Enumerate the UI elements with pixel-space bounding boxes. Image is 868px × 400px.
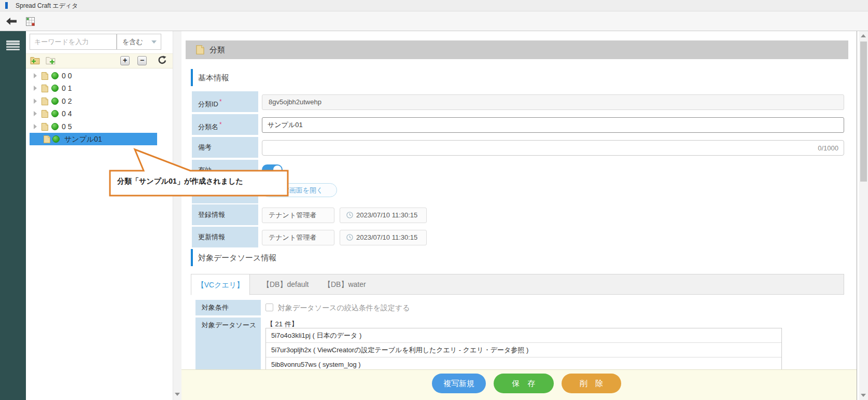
tree-item-label: 0 2 [62, 95, 72, 107]
category-icon [40, 122, 49, 131]
tree-item[interactable]: 0 4 [26, 107, 173, 120]
field-label-text: 更新情報 [198, 233, 225, 241]
add-child-folder-icon[interactable] [46, 56, 55, 65]
required-mark: * [219, 98, 222, 105]
category-icon [43, 135, 51, 144]
remarks-field: 0/1000 [262, 140, 844, 156]
expand-arrow-icon[interactable] [34, 99, 37, 104]
status-dot-icon [52, 135, 60, 143]
panel-edge-divider [857, 31, 857, 400]
search-input[interactable] [30, 34, 117, 50]
page-title: 分類 [209, 40, 225, 59]
field-label-name: 分類名* [192, 114, 258, 135]
tab-vc-query[interactable]: 【VCクエリ】 [191, 274, 250, 295]
tree-panel: を含む + − 0 0 [26, 31, 173, 400]
status-dot-icon [51, 72, 59, 79]
status-dot-icon [51, 85, 59, 92]
page-header: 分類 [186, 40, 848, 59]
tree-item[interactable]: 0 0 [26, 70, 173, 82]
field-label-text: 分類名 [198, 123, 218, 131]
app-window: Spread Craft エディタ を含む [0, 0, 868, 400]
status-dot-icon [51, 123, 59, 130]
tree-item-label: 0 0 [62, 70, 72, 82]
created-at-field: 2023/07/10 11:30:15 [340, 208, 427, 223]
back-icon[interactable] [6, 18, 17, 25]
refresh-icon[interactable] [158, 56, 166, 65]
condition-checkbox-label: 対象データソースの絞込条件を設定する [278, 300, 410, 315]
field-label-text: 対象条件 [202, 304, 229, 311]
expand-all-button[interactable]: + [120, 56, 130, 65]
copy-new-button[interactable]: 複写新規 [432, 374, 486, 393]
window-title: Spread Craft エディタ [16, 0, 78, 11]
tree-scrollbar[interactable] [173, 31, 181, 400]
field-label-created: 登録情報 [192, 204, 258, 225]
expand-arrow-icon[interactable] [34, 73, 37, 78]
condition-label: 対象条件 [195, 300, 261, 315]
main-panel: 分類 基本情報 分類ID* 8gv5ojbh2utwehp 分類名* 備考 0/… [181, 31, 857, 400]
tree-item-label: 0 5 [62, 120, 72, 133]
remarks-input[interactable] [262, 144, 818, 152]
required-mark: * [219, 121, 222, 128]
scroll-up-icon[interactable] [861, 34, 866, 37]
datasource-tabs: 【VCクエリ】 【DB】default 【DB】water [191, 274, 844, 295]
delete-button[interactable]: 削 除 [562, 374, 621, 393]
collapse-all-button[interactable]: − [137, 56, 147, 65]
callout-balloon [106, 147, 293, 199]
datasource-list-item[interactable]: 5i7o4o3kli1pj ( 日本のデータ ) [266, 328, 781, 343]
clock-icon [346, 212, 353, 218]
tree-item-label: 0 4 [62, 107, 72, 120]
expand-arrow-icon[interactable] [34, 86, 37, 91]
main-scrollbar[interactable] [859, 31, 868, 400]
tree-item-label: 0 1 [62, 82, 72, 94]
callout-message: 分類「サンプル01」が作成されました [117, 177, 243, 186]
tree-item[interactable]: 0 2 [26, 95, 173, 107]
expand-arrow-icon[interactable] [34, 124, 37, 129]
side-rail [0, 31, 26, 400]
action-footer: 複写新規 保 存 削 除 [181, 369, 857, 400]
tree-item[interactable]: 0 1 [26, 82, 173, 94]
section-accent-bar [191, 249, 193, 266]
save-button[interactable]: 保 存 [494, 374, 554, 393]
tree-item-selected[interactable]: サンプル01 [30, 133, 157, 145]
expand-arrow-icon[interactable] [34, 111, 37, 116]
field-label-text: 登録情報 [198, 211, 225, 218]
spreadsheet-icon[interactable] [26, 17, 35, 26]
top-toolbar [0, 11, 868, 31]
updated-user-field: テナント管理者 [262, 230, 334, 245]
category-name-input[interactable] [262, 117, 844, 133]
chevron-down-icon [151, 40, 157, 44]
match-mode-value: を含む [122, 38, 143, 46]
tree-item[interactable]: 0 5 [26, 120, 173, 133]
updated-at-value: 2023/07/10 11:30:15 [356, 233, 417, 241]
datasource-list: 5i7o4o3kli1pj ( 日本のデータ ) 5i7ur3opljh2x (… [265, 328, 782, 371]
menu-icon[interactable] [6, 40, 20, 52]
category-icon [40, 109, 49, 118]
field-label-text: 分類ID [198, 100, 218, 108]
field-label-text: 対象データソース [202, 321, 256, 329]
title-bar: Spread Craft エディタ [0, 0, 868, 11]
clock-icon [346, 234, 353, 241]
field-label-id: 分類ID* [192, 91, 258, 112]
field-label-updated: 更新情報 [192, 227, 258, 247]
scroll-down-icon[interactable] [861, 394, 866, 397]
scrollbar-thumb[interactable] [860, 42, 867, 182]
category-icon [40, 97, 49, 106]
section-accent-bar [191, 69, 193, 86]
created-at-value: 2023/07/10 11:30:15 [356, 211, 417, 219]
category-icon [40, 84, 49, 93]
condition-checkbox[interactable] [265, 304, 273, 311]
add-folder-icon[interactable] [30, 56, 40, 65]
updated-at-field: 2023/07/10 11:30:15 [340, 230, 427, 245]
tree-item-label: サンプル01 [64, 133, 102, 145]
status-dot-icon [51, 110, 59, 117]
match-mode-select[interactable]: を含む [117, 34, 161, 50]
category-icon [40, 72, 49, 80]
category-id-field: 8gv5ojbh2utwehp [262, 94, 844, 110]
app-logo-icon [5, 2, 8, 9]
tab-db-default[interactable]: 【DB】default [262, 274, 309, 294]
tab-db-water[interactable]: 【DB】water [324, 274, 366, 294]
status-dot-icon [51, 98, 59, 105]
datasource-list-item[interactable]: 5i7ur3opljh2x ( ViewCreatorの設定テーブルを利用したク… [266, 343, 781, 357]
scroll-down-icon[interactable] [175, 393, 180, 396]
basic-section-title: 基本情報 [198, 69, 229, 86]
